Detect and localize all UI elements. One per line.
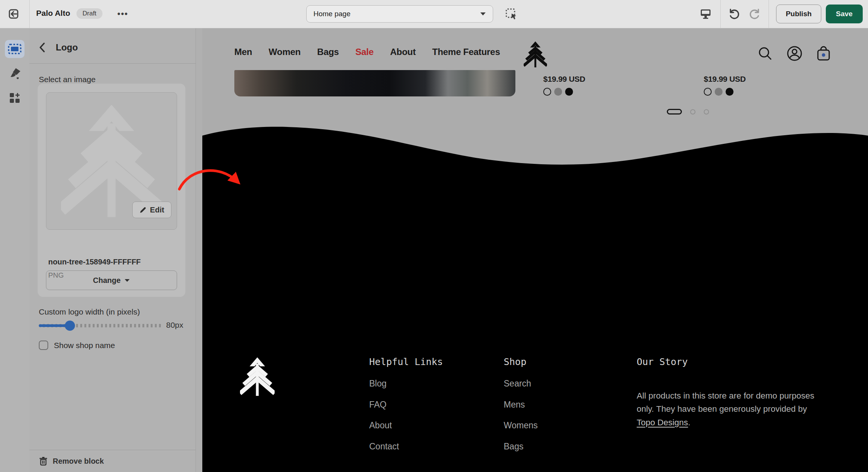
publish-button[interactable]: Publish bbox=[776, 5, 821, 23]
theme-title: Palo Alto bbox=[36, 9, 70, 18]
sections-icon bbox=[8, 44, 21, 54]
trash-icon bbox=[39, 457, 47, 466]
footer-heading-our-story: Our Story bbox=[637, 356, 688, 367]
tree-logo-icon bbox=[240, 357, 275, 396]
undo-icon bbox=[728, 8, 740, 20]
inspect-element-toggle[interactable] bbox=[503, 6, 520, 22]
show-shop-name-row: Show shop name bbox=[39, 341, 115, 350]
chevron-left-icon bbox=[39, 43, 45, 52]
swatch-white[interactable] bbox=[543, 88, 551, 96]
footer-heading-shop: Shop bbox=[504, 356, 526, 367]
footer-link-mens[interactable]: Mens bbox=[504, 400, 525, 410]
nav-link-theme-features[interactable]: Theme Features bbox=[432, 47, 500, 57]
carousel-dot-active[interactable] bbox=[667, 109, 682, 115]
tree-logo-preview bbox=[61, 105, 162, 217]
save-button[interactable]: Save bbox=[826, 5, 863, 23]
rail-item-theme-settings[interactable] bbox=[5, 65, 24, 83]
footer-wave bbox=[202, 120, 868, 173]
image-file-name: noun-tree-158949-FFFFFF bbox=[48, 258, 141, 266]
tree-logo-icon bbox=[524, 41, 547, 67]
footer-link-contact[interactable]: Contact bbox=[369, 441, 399, 452]
undo-button[interactable] bbox=[726, 6, 743, 22]
product-price: $19.99 USD bbox=[704, 75, 746, 84]
store-footer: Helpful Links Blog FAQ About Contact Sho… bbox=[202, 172, 868, 472]
apps-icon bbox=[9, 92, 21, 104]
redo-button[interactable] bbox=[746, 6, 763, 22]
topbar-divider bbox=[29, 0, 30, 28]
logo-width-slider[interactable]: 80px bbox=[39, 320, 186, 331]
nav-link-bags[interactable]: Bags bbox=[317, 47, 339, 57]
swatch-black[interactable] bbox=[565, 88, 573, 96]
block-settings-panel: Logo Select an image Edit noun-tree-1589… bbox=[29, 28, 196, 472]
footer-story-text: All products in this store are for demo … bbox=[637, 389, 817, 429]
store-nav: Men Women Bags Sale About Theme Features bbox=[234, 47, 500, 57]
footer-link-about[interactable]: About bbox=[369, 420, 392, 431]
change-image-label: Change bbox=[93, 276, 121, 285]
topo-designs-link[interactable]: Topo Designs bbox=[637, 418, 688, 427]
product-card: $19.99 USD bbox=[543, 75, 585, 96]
search-icon[interactable] bbox=[757, 45, 773, 62]
logo-width-value: 80px bbox=[166, 321, 183, 330]
topbar-divider bbox=[720, 0, 721, 28]
topbar-divider bbox=[769, 0, 769, 28]
nav-link-sale[interactable]: Sale bbox=[355, 47, 373, 57]
edit-image-label: Edit bbox=[150, 206, 164, 214]
product-image[interactable] bbox=[234, 70, 515, 96]
nav-link-about[interactable]: About bbox=[390, 47, 416, 57]
editor-topbar: Palo Alto Draft ••• Home page bbox=[0, 0, 868, 28]
product-price: $19.99 USD bbox=[543, 75, 585, 84]
footer-link-blog[interactable]: Blog bbox=[369, 379, 387, 389]
carousel-pagination bbox=[667, 109, 709, 115]
footer-link-bags[interactable]: Bags bbox=[504, 441, 523, 452]
product-card: $19.99 USD bbox=[704, 75, 746, 96]
paintbrush-icon bbox=[8, 67, 21, 80]
story-text-before: All products in this store are for demo … bbox=[637, 391, 814, 414]
remove-block-label: Remove block bbox=[53, 457, 104, 466]
footer-link-faq[interactable]: FAQ bbox=[369, 400, 387, 410]
pencil-icon bbox=[139, 206, 147, 214]
swatch-gray[interactable] bbox=[554, 88, 562, 96]
chevron-down-icon bbox=[124, 279, 130, 282]
chevron-down-icon bbox=[480, 12, 486, 16]
change-image-button[interactable]: Change bbox=[46, 270, 177, 290]
rail-item-apps[interactable] bbox=[5, 89, 24, 107]
page-selector[interactable]: Home page bbox=[306, 5, 493, 23]
nav-link-men[interactable]: Men bbox=[234, 47, 252, 57]
back-button[interactable] bbox=[35, 41, 49, 54]
cart-icon[interactable] bbox=[816, 45, 831, 62]
swatch-white[interactable] bbox=[704, 88, 712, 96]
footer-heading-helpful-links: Helpful Links bbox=[369, 356, 443, 367]
story-text-after: . bbox=[688, 418, 690, 427]
panel-header: Logo bbox=[29, 28, 196, 64]
image-picker-card: Edit noun-tree-158949-FFFFFF PNG Change bbox=[38, 84, 185, 297]
slider-thumb[interactable] bbox=[65, 321, 75, 331]
device-preview-button[interactable] bbox=[697, 6, 714, 22]
show-shop-name-checkbox[interactable] bbox=[39, 341, 48, 350]
logo-image-thumbnail[interactable]: Edit bbox=[46, 92, 177, 230]
swatch-black[interactable] bbox=[726, 88, 734, 96]
image-picker-label: Select an image bbox=[39, 75, 96, 84]
exit-editor-button[interactable] bbox=[5, 6, 22, 21]
status-badge: Draft bbox=[76, 8, 102, 19]
swatch-gray[interactable] bbox=[715, 88, 723, 96]
footer-link-womens[interactable]: Womens bbox=[504, 420, 538, 431]
carousel-dot[interactable] bbox=[690, 109, 695, 115]
redo-icon bbox=[749, 8, 761, 20]
account-icon[interactable] bbox=[786, 45, 803, 62]
panel-title: Logo bbox=[56, 42, 78, 53]
more-actions-button[interactable]: ••• bbox=[115, 7, 130, 21]
store-preview: Men Women Bags Sale About Theme Features… bbox=[202, 28, 868, 472]
cart-count-dot bbox=[822, 53, 825, 57]
edit-image-button[interactable]: Edit bbox=[132, 202, 171, 218]
rail-item-sections[interactable] bbox=[5, 40, 24, 58]
carousel-dot[interactable] bbox=[704, 109, 709, 115]
store-logo[interactable] bbox=[524, 41, 547, 69]
footer-link-search[interactable]: Search bbox=[504, 379, 531, 389]
swatch-row bbox=[543, 88, 585, 96]
exit-icon bbox=[8, 8, 19, 20]
remove-block-button[interactable]: Remove block bbox=[29, 450, 196, 472]
nav-link-women[interactable]: Women bbox=[269, 47, 301, 57]
inspector-icon bbox=[505, 8, 518, 20]
swatch-row bbox=[704, 88, 746, 96]
footer-logo bbox=[240, 357, 275, 397]
